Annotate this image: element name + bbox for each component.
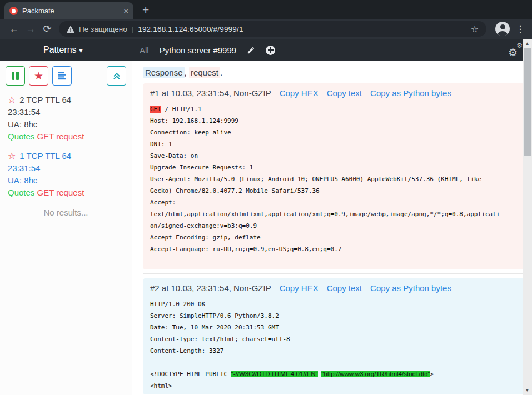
- packet-time: 23:31:54: [8, 162, 124, 174]
- legend: Response, request.: [143, 68, 524, 77]
- packets-container: #1 at 10.03, 23:31:54, Non-GZIPCopy HEXC…: [143, 83, 524, 394]
- legend-response: Response: [143, 67, 185, 78]
- packet-title: 1 TCP TTL 64: [19, 151, 71, 161]
- no-results-label: No results...: [0, 208, 132, 217]
- tag-quotes: Quotes: [8, 132, 34, 141]
- packet-body: HTTP/1.0 200 OKServer: SimpleHTTP/0.6 Py…: [150, 298, 501, 392]
- browser-tabstrip: Packmate × +: [0, 0, 532, 19]
- scroll-down-icon[interactable]: ▼: [523, 388, 532, 393]
- star-icon: ★: [34, 69, 43, 82]
- list-view-button[interactable]: [52, 66, 72, 86]
- copy-action-link[interactable]: Copy text: [327, 88, 362, 98]
- packet-line: Accept-Language: ru-RU,ru;q=0.9,en-US;q=…: [150, 243, 501, 255]
- gear-small-icon: ⚙: [516, 42, 523, 49]
- reload-icon[interactable]: ⟳: [39, 24, 56, 34]
- tab-current-stream[interactable]: Python server #9999: [160, 46, 236, 55]
- main-content: Response, request. #1 at 10.03, 23:31:54…: [132, 61, 532, 395]
- address-bar[interactable]: Не защищено | 192.168.1.124:65000/#/9999…: [59, 21, 486, 37]
- copy-action-link[interactable]: Copy HEX: [280, 88, 319, 98]
- tag-get-request: GET request: [37, 188, 84, 197]
- profile-avatar[interactable]: [495, 22, 510, 36]
- caret-down-icon: ▾: [79, 47, 83, 54]
- packet-line: Save-Data: on: [150, 150, 501, 162]
- packet-id: #1 at 10.03, 23:31:54, Non-GZIP: [150, 88, 271, 98]
- settings-cogs-icon[interactable]: ⚙ ⚙: [508, 43, 523, 57]
- favorites-filter-button[interactable]: ★: [29, 66, 48, 86]
- highlight-green: "-//W3C//DTD HTML 4.01//EN": [231, 371, 318, 377]
- packet-line: HTTP/1.0 200 OK: [150, 298, 501, 310]
- packet-title: 2 TCP TTL 64: [19, 95, 71, 104]
- highlight-red: GET: [150, 106, 161, 113]
- packet-line: DNT: 1: [150, 138, 501, 150]
- packet-title-line: ☆1 TCP TTL 64: [8, 150, 124, 162]
- packet-title-line: ☆2 TCP TTL 64: [8, 94, 124, 106]
- packet-card-header: #2 at 10.03, 23:31:54, Non-GZIPCopy HEXC…: [150, 283, 517, 293]
- packet-list: ☆2 TCP TTL 6423:31:54UA: 8hcQuotes GET r…: [0, 86, 132, 199]
- packet-line: Date: Tue, 10 Mar 2020 20:31:53 GMT: [150, 322, 501, 333]
- app-body: ★ ☆2 TCP TTL 6423:31: [0, 61, 532, 395]
- packmate-favicon-icon: [9, 7, 18, 15]
- legend-plain: .: [220, 68, 222, 77]
- scroll-up-icon[interactable]: ▲: [523, 41, 532, 46]
- sidebar-packet-item[interactable]: ☆2 TCP TTL 6423:31:54UA: 8hcQuotes GET r…: [8, 94, 124, 143]
- packet-line: <!DOCTYPE HTML PUBLIC "-//W3C//DTD HTML …: [150, 368, 501, 380]
- copy-action-link[interactable]: Copy as Python bytes: [370, 88, 451, 98]
- packet-line: Content-type: text/html; charset=utf-8: [150, 333, 501, 345]
- packet-card-request: #1 at 10.03, 23:31:54, Non-GZIPCopy HEXC…: [143, 83, 524, 269]
- packet-line: Connection: keep-alive: [150, 127, 501, 138]
- browser-window: Packmate × + ← → ⟳ Не защищено | 192.168…: [0, 0, 532, 395]
- copy-action-link[interactable]: Copy as Python bytes: [370, 283, 451, 293]
- edit-pencil-icon[interactable]: [247, 46, 255, 54]
- packet-line: [150, 255, 501, 267]
- packet-id: #2 at 10.03, 23:31:54, Non-GZIP: [150, 283, 271, 293]
- packet-line: GET / HTTP/1.1: [150, 103, 501, 115]
- packet-card-response: #2 at 10.03, 23:31:54, Non-GZIPCopy HEXC…: [143, 278, 524, 394]
- add-stream-icon[interactable]: [266, 46, 275, 55]
- patterns-dropdown[interactable]: Patterns▾: [43, 45, 83, 55]
- packet-line: Upgrade-Insecure-Requests: 1: [150, 162, 501, 173]
- packet-separator: [143, 273, 524, 274]
- packet-tags: Quotes GET request: [8, 131, 124, 143]
- sidebar-packet-item[interactable]: ☆1 TCP TTL 6423:31:54UA: 8hcQuotes GET r…: [8, 150, 124, 199]
- tag-quotes: Quotes: [8, 188, 34, 197]
- pause-capture-button[interactable]: [6, 66, 25, 86]
- bookmark-star-icon[interactable]: ☆: [471, 24, 479, 34]
- page-scrollbar[interactable]: ▲ ▼: [523, 39, 532, 395]
- forward-icon[interactable]: →: [22, 24, 39, 34]
- sidebar-toolbar: ★: [0, 66, 132, 86]
- browser-tab[interactable]: Packmate ×: [4, 2, 133, 19]
- packet-tags: Quotes GET request: [8, 187, 124, 199]
- new-tab-button[interactable]: +: [142, 4, 149, 16]
- patterns-label: Patterns: [43, 45, 77, 54]
- url-text[interactable]: 192.168.1.124:65000/#/9999/1: [138, 25, 243, 33]
- collapse-sidebar-button[interactable]: [107, 66, 126, 86]
- packet-ua: UA: 8hc: [8, 174, 124, 187]
- legend-request: request: [189, 67, 220, 78]
- packet-line: [150, 357, 501, 368]
- packet-ua: UA: 8hc: [8, 118, 124, 131]
- packet-body: GET / HTTP/1.1Host: 192.168.1.124:9999Co…: [150, 103, 501, 267]
- pause-icon: [12, 72, 19, 80]
- stream-tabs: All Python server #9999: [140, 46, 275, 55]
- app-header: Patterns▾ All Python server #9999 ⚙ ⚙: [0, 39, 532, 61]
- address-separator: |: [132, 25, 133, 33]
- back-icon[interactable]: ←: [6, 24, 22, 34]
- browser-navbar: ← → ⟳ Не защищено | 192.168.1.124:65000/…: [0, 19, 532, 39]
- tab-all[interactable]: All: [140, 46, 149, 55]
- app-header-left: Patterns▾: [0, 39, 132, 61]
- packet-line: Host: 192.168.1.124:9999: [150, 115, 501, 127]
- scrollbar-thumb[interactable]: [524, 48, 531, 156]
- packet-line: Accept-Encoding: gzip, deflate: [150, 232, 501, 243]
- packet-line: Server: SimpleHTTP/0.6 Python/3.8.2: [150, 310, 501, 322]
- legend-plain: ,: [185, 68, 189, 77]
- tab-close-icon[interactable]: ×: [123, 7, 128, 15]
- tag-get-request: GET request: [37, 132, 84, 141]
- favorite-star-icon[interactable]: ☆: [8, 95, 16, 104]
- sidebar: ★ ☆2 TCP TTL 6423:31: [0, 61, 132, 395]
- copy-action-link[interactable]: Copy text: [327, 283, 362, 293]
- copy-action-link[interactable]: Copy HEX: [280, 283, 319, 293]
- security-label[interactable]: Не защищено: [79, 25, 127, 33]
- packet-line: Accept: text/html,application/xhtml+xml,…: [150, 197, 501, 232]
- favorite-star-icon[interactable]: ☆: [8, 151, 16, 161]
- browser-menu-icon[interactable]: ⋮: [514, 23, 526, 35]
